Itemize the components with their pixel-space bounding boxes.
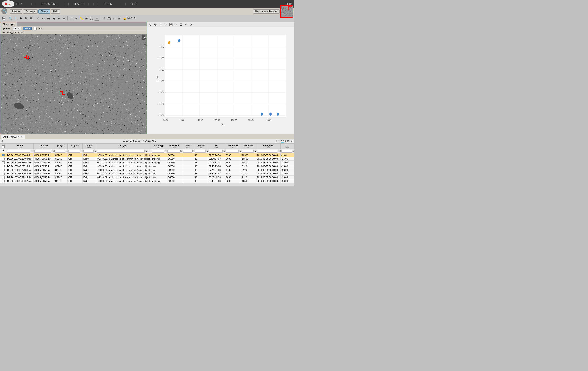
zoom-out-icon[interactable]: 🔍: [13, 16, 18, 21]
table-text-icon[interactable]: T: [278, 140, 280, 143]
next-page-button[interactable]: ▶: [135, 140, 137, 143]
filter-ut-btn[interactable]: ▼: [223, 150, 226, 153]
filter-koaimtyp[interactable]: [152, 150, 164, 153]
image-view-icon[interactable]: □: [112, 16, 116, 21]
table-row[interactable]: DE.20160305.33307.fitsd0305_0059.fitsC22…: [0, 179, 294, 183]
row-checkbox[interactable]: [2, 154, 4, 156]
rotate-icon[interactable]: ↺: [36, 16, 41, 21]
col-header-koaid[interactable]: koaidchar: [6, 144, 34, 149]
chart-point-blue-4[interactable]: [277, 113, 279, 116]
circle-icon[interactable]: ◯: [89, 16, 94, 21]
images-button[interactable]: Images: [10, 10, 22, 13]
image-lock-icon[interactable]: 🔒: [122, 16, 127, 21]
table-row[interactable]: DE.20160305.25494.fitsd0305_0053.fitsC22…: [0, 157, 294, 161]
filter-koaid-btn[interactable]: ▼: [31, 150, 33, 153]
chart-point-blue-2[interactable]: [261, 113, 263, 116]
zoom-fill-icon[interactable]: fill: [29, 16, 33, 21]
table-expand-icon[interactable]: ↗: [290, 140, 293, 143]
nav-first-icon[interactable]: ⏮: [46, 16, 51, 21]
select-all-checkbox[interactable]: [2, 145, 4, 148]
row-checkbox[interactable]: [2, 158, 4, 160]
nav-help[interactable]: Help: [130, 2, 137, 5]
table-filter-icon[interactable]: ⊻: [275, 140, 277, 143]
layer-icon[interactable]: ⊕: [94, 16, 99, 21]
crosshair-icon[interactable]: ⊕: [74, 16, 79, 21]
chart-undo[interactable]: ↺: [174, 22, 178, 27]
col-header-c[interactable]: cchar: [281, 144, 294, 149]
table-row[interactable]: DE.20160305.31425.fitsd0305_0058.fitsC22…: [0, 175, 294, 179]
image-multi-icon[interactable]: ⊞: [117, 16, 122, 21]
table-save-icon[interactable]: 💾: [281, 140, 284, 143]
filter-obsmode[interactable]: [167, 150, 180, 153]
col-header-progpi[interactable]: progpichar: [83, 144, 96, 149]
row-checkbox[interactable]: [2, 169, 4, 171]
filter-proginst-btn[interactable]: ▼: [81, 150, 84, 153]
image-select-icon[interactable]: 🖼: [107, 16, 111, 21]
last-page-button[interactable]: ⏭: [137, 140, 140, 143]
table-row[interactable]: DE.20160305.27684.fitsd0305_0056.fitsC22…: [0, 168, 294, 172]
first-page-button[interactable]: ⏮: [123, 140, 125, 143]
col-header-ut[interactable]: utchar: [208, 144, 225, 149]
horizontal-scrollbar[interactable]: [0, 183, 294, 186]
col-header-progtitl[interactable]: progtitlchar: [96, 144, 151, 149]
login-button[interactable]: Login: [286, 2, 292, 5]
col-header-waveblue[interactable]: waveblueint: [225, 144, 241, 149]
col-header-proginst[interactable]: proginstchar: [67, 144, 83, 149]
filter-ut[interactable]: [209, 150, 223, 153]
filter-proginst[interactable]: [68, 150, 80, 153]
nav-last-icon[interactable]: ⏭: [62, 16, 66, 21]
tab-close-button[interactable]: ✕: [21, 135, 23, 138]
chart-point-blue-1[interactable]: [178, 39, 181, 42]
col-header-obsmode[interactable]: obsmodechar: [167, 144, 182, 149]
col-header-progid[interactable]: progidchar: [54, 144, 67, 149]
filter-wavered-btn[interactable]: ▼: [254, 150, 257, 153]
col-header-ofname[interactable]: ofnamechar: [33, 144, 54, 149]
hips-button[interactable]: HiPS: [23, 27, 32, 30]
nav-next-icon[interactable]: ▶: [57, 16, 61, 21]
zoom-in-icon[interactable]: 🔍: [8, 16, 13, 21]
grid-icon[interactable]: ⊞: [84, 16, 89, 21]
chart-filter[interactable]: ⊻: [179, 22, 183, 27]
undo-icon[interactable]: ↺: [102, 16, 106, 21]
table-row[interactable]: DE.20160305.25404.fitsd0305_0052.fitsC22…: [0, 153, 294, 157]
catalogs-button[interactable]: Catalogs: [23, 10, 37, 13]
filter-filter[interactable]: [183, 150, 192, 153]
help-q-icon[interactable]: ?: [132, 16, 137, 21]
table-row[interactable]: DE.20160305.25815.fitsd0305_0055.fitsC22…: [0, 165, 294, 168]
chart-settings[interactable]: ⚙: [184, 22, 189, 27]
background-monitor-button[interactable]: Background Monitor: [253, 10, 280, 13]
wcs-icon[interactable]: WCS: [127, 16, 132, 21]
chart-save[interactable]: 💾: [168, 22, 173, 27]
chart-expand[interactable]: ↗: [189, 22, 194, 27]
chart-move[interactable]: ✥: [153, 22, 158, 27]
filter-progtitl-btn[interactable]: ▼: [145, 150, 148, 153]
table-settings-icon[interactable]: ⚙: [287, 140, 290, 143]
filter-date_obs[interactable]: [257, 150, 277, 153]
fits-button[interactable]: FITS: [12, 27, 21, 30]
zoom-1x-icon[interactable]: 1x: [19, 16, 23, 21]
expand-icon[interactable]: ↗: [142, 35, 145, 40]
filter-wavered[interactable]: [242, 150, 254, 153]
save-icon[interactable]: 💾: [1, 16, 6, 21]
filter-progtitl[interactable]: [97, 150, 145, 153]
irsa-logo[interactable]: irsa: [2, 0, 14, 7]
filter-c-btn[interactable]: ▼: [292, 150, 294, 153]
filter-propint-btn[interactable]: ▼: [206, 150, 209, 153]
select-icon[interactable]: ⬚: [69, 16, 74, 21]
coverage-tab[interactable]: Coverage: [0, 22, 17, 26]
row-checkbox[interactable]: [2, 165, 4, 167]
filter-progpi[interactable]: [84, 150, 94, 153]
col-header-wavered[interactable]: waveredint: [241, 144, 256, 149]
chart-point-orange[interactable]: [168, 41, 171, 44]
filter-row-icon[interactable]: ⊻: [2, 150, 4, 153]
col-header-date_obs[interactable]: date_obschar: [256, 144, 281, 149]
col-header-propint[interactable]: propintint: [194, 144, 208, 149]
filter-icon-toolbar[interactable]: ⊻: [1, 140, 3, 143]
async-tap-query-tab[interactable]: AsyncTapQuery ✕: [1, 135, 25, 139]
filter-progid[interactable]: [55, 150, 65, 153]
filter-c[interactable]: [282, 150, 292, 153]
measure-icon[interactable]: 📏: [79, 16, 84, 21]
chart-point-blue-3[interactable]: [269, 113, 272, 116]
table-info-icon[interactable]: ℹ: [285, 140, 286, 143]
filter-waveblue[interactable]: [226, 150, 239, 153]
